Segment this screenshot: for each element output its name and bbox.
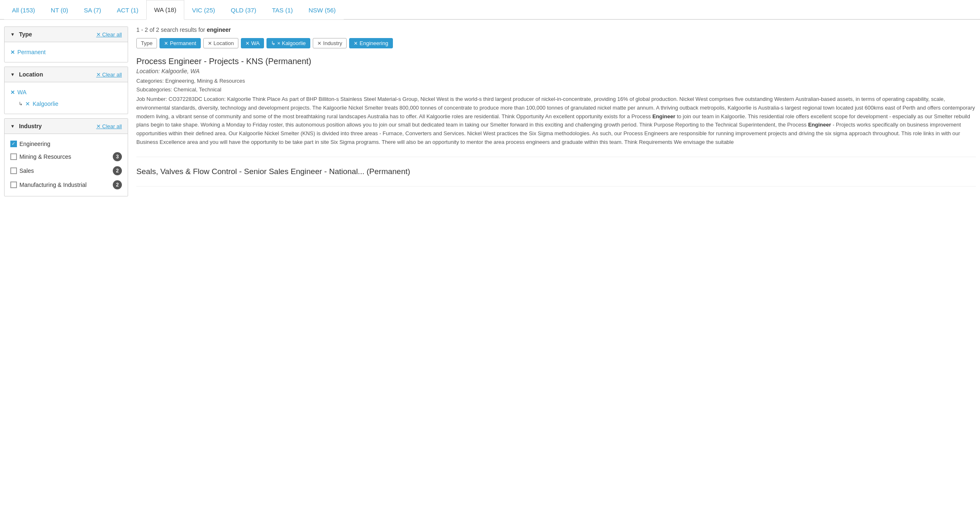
remove-engineering-tag-icon: ✕ xyxy=(354,41,358,46)
location-filter-body: ✕ WA ↳ ✕ Kalgoorlie xyxy=(5,82,128,114)
desc-bold-1: Engineer xyxy=(652,113,676,119)
tab-sa[interactable]: SA (7) xyxy=(76,0,109,19)
active-filter-permanent[interactable]: ✕ Permanent xyxy=(159,38,201,48)
active-filter-industry[interactable]: ✕ Industry xyxy=(313,38,347,48)
search-summary: 1 - 2 of 2 search results for engineer xyxy=(136,26,976,33)
tab-tas[interactable]: TAS (1) xyxy=(264,0,301,19)
type-filter-tag-label: Type xyxy=(141,40,152,46)
filter-subitem-kalgoorlie[interactable]: ↳ ✕ Kalgoorlie xyxy=(10,98,122,110)
kalgoorlie-label: Kalgoorlie xyxy=(33,100,122,107)
x-icon-type: ✕ xyxy=(96,31,101,38)
filter-item-mining[interactable]: Mining & Resources 3 xyxy=(10,150,122,164)
sales-checkbox[interactable] xyxy=(10,167,17,174)
job-title-1-text: Process Engineer - Projects - KNS xyxy=(136,57,263,66)
job-description-1: Job Number: CO372283DC Location: Kalgoor… xyxy=(136,95,976,147)
sales-count: 2 xyxy=(113,166,122,175)
tab-all[interactable]: All (153) xyxy=(4,0,43,19)
job-card-2: Seals, Valves & Flow Control - Senior Sa… xyxy=(136,167,976,186)
location-filter-title: Location xyxy=(19,71,43,78)
job-title-1-type-text: (Permanent) xyxy=(263,57,312,66)
manufacturing-checkbox[interactable] xyxy=(10,182,17,188)
job-location-1: Location: Kalgoorlie, WA xyxy=(136,68,976,74)
kalgoorlie-filter-tag-label: ↳ × Kalgoorlie xyxy=(271,40,306,46)
job-categories-1: Categories: Engineering, Mining & Resour… xyxy=(136,78,976,84)
active-filter-wa[interactable]: ✕ WA xyxy=(241,38,264,48)
desc-bold-2: Engineer xyxy=(808,122,831,128)
filter-item-manufacturing[interactable]: Manufacturing & Industrial 2 xyxy=(10,178,122,192)
job-title-2-type-text: (Permanent) xyxy=(364,167,410,176)
wa-filter-tag-label: WA xyxy=(251,40,259,46)
industry-filter-header: ▼ Industry ✕ Clear all xyxy=(5,119,128,134)
type-clear-all-button[interactable]: ✕ Clear all xyxy=(96,31,122,38)
industry-filter-tag-label: Industry xyxy=(323,40,342,46)
remove-permanent-icon: ✕ xyxy=(10,49,15,55)
remove-wa-tag-icon: ✕ xyxy=(245,41,250,46)
wa-label: WA xyxy=(17,89,122,96)
x-icon-loc: ✕ xyxy=(96,72,101,78)
filter-item-sales[interactable]: Sales 2 xyxy=(10,164,122,178)
industry-filter-title: Industry xyxy=(19,123,42,129)
manufacturing-count: 2 xyxy=(113,180,122,189)
job-title-1[interactable]: Process Engineer - Projects - KNS (Perma… xyxy=(136,57,976,66)
x-icon-ind: ✕ xyxy=(96,123,101,129)
sidebar: ▼ Type ✕ Clear all ✕ Permanent ▼ Locatio… xyxy=(4,26,128,201)
tab-nt[interactable]: NT (0) xyxy=(43,0,76,19)
chevron-icon-ind: ▼ xyxy=(10,124,15,129)
type-filter-body: ✕ Permanent xyxy=(5,42,128,62)
main-layout: ▼ Type ✕ Clear all ✕ Permanent ▼ Locatio… xyxy=(0,20,980,207)
job-title-2[interactable]: Seals, Valves & Flow Control - Senior Sa… xyxy=(136,167,976,176)
job-subcategories-1: Subcategories: Chemical, Technical xyxy=(136,86,976,93)
filter-item-permanent[interactable]: ✕ Permanent xyxy=(10,46,122,58)
filter-item-engineering[interactable]: Engineering xyxy=(10,138,122,150)
tab-act[interactable]: ACT (1) xyxy=(109,0,146,19)
remove-industry-tag-icon: ✕ xyxy=(317,41,321,46)
tab-vic[interactable]: VIC (25) xyxy=(184,0,223,19)
mining-count: 3 xyxy=(113,152,122,161)
remove-location-tag-icon: ✕ xyxy=(208,41,212,46)
mining-label: Mining & Resources xyxy=(19,153,110,160)
active-filter-kalgoorlie[interactable]: ↳ × Kalgoorlie xyxy=(266,38,310,48)
location-filter-tag-label: Location xyxy=(214,40,234,46)
industry-filter-section: ▼ Industry ✕ Clear all Engineering Minin… xyxy=(4,118,128,196)
chevron-icon: ▼ xyxy=(10,32,15,37)
engineering-label: Engineering xyxy=(19,141,122,147)
mining-checkbox[interactable] xyxy=(10,153,17,160)
permanent-label: Permanent xyxy=(17,49,122,55)
location-filter-header: ▼ Location ✕ Clear all xyxy=(5,67,128,82)
remove-permanent-tag-icon: ✕ xyxy=(164,41,168,46)
manufacturing-label: Manufacturing & Industrial xyxy=(19,182,110,188)
type-filter-section: ▼ Type ✕ Clear all ✕ Permanent xyxy=(4,26,128,62)
tab-qld[interactable]: QLD (37) xyxy=(223,0,264,19)
remove-kalgoorlie-icon: ✕ xyxy=(25,100,30,107)
industry-clear-all-button[interactable]: ✕ Clear all xyxy=(96,123,122,129)
active-filters-bar: Type ✕ Permanent ✕ Location ✕ WA ↳ × Kal… xyxy=(136,38,976,48)
industry-filter-body: Engineering Mining & Resources 3 Sales 2 xyxy=(5,134,128,196)
remove-wa-icon: ✕ xyxy=(10,89,15,96)
sub-arrow-icon: ↳ xyxy=(19,101,23,107)
job-title-2-text: Seals, Valves & Flow Control - Senior Sa… xyxy=(136,167,364,176)
active-filter-type[interactable]: Type xyxy=(136,38,157,48)
permanent-filter-tag-label: Permanent xyxy=(170,40,196,46)
active-filter-engineering[interactable]: ✕ Engineering xyxy=(349,38,392,48)
filter-item-wa[interactable]: ✕ WA xyxy=(10,86,122,98)
sales-label: Sales xyxy=(19,167,110,174)
location-filter-section: ▼ Location ✕ Clear all ✕ WA ↳ ✕ Kalgoorl… xyxy=(4,67,128,114)
job-card-1: Process Engineer - Projects - KNS (Perma… xyxy=(136,57,976,157)
tab-nsw[interactable]: NSW (56) xyxy=(301,0,344,19)
chevron-icon-loc: ▼ xyxy=(10,72,15,77)
location-clear-all-button[interactable]: ✕ Clear all xyxy=(96,72,122,78)
tab-wa[interactable]: WA (18) xyxy=(146,0,184,20)
active-filter-location[interactable]: ✕ Location xyxy=(203,38,238,48)
type-filter-title: Type xyxy=(19,31,32,38)
content-area: 1 - 2 of 2 search results for engineer T… xyxy=(136,26,976,196)
engineering-filter-tag-label: Engineering xyxy=(359,40,388,46)
tabs-bar: All (153)NT (0)SA (7)ACT (1)WA (18)VIC (… xyxy=(0,0,980,20)
engineering-checkbox[interactable] xyxy=(10,141,17,147)
type-filter-header: ▼ Type ✕ Clear all xyxy=(5,27,128,42)
